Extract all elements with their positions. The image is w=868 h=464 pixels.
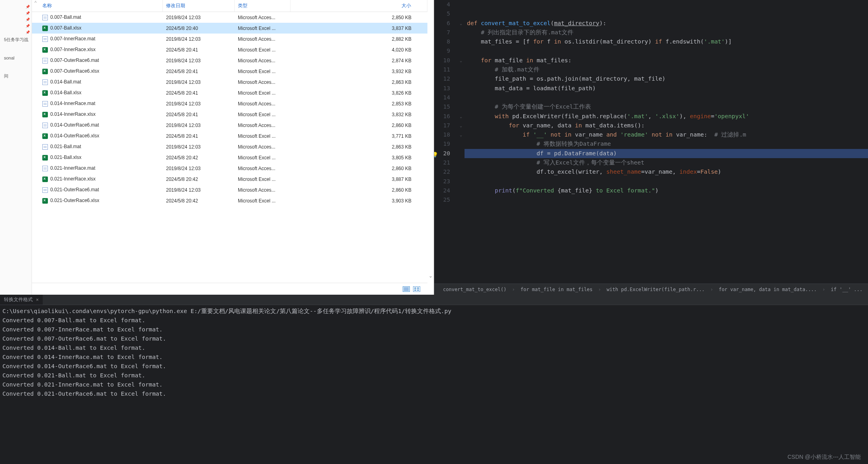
fold-marker[interactable] [457,167,465,176]
breadcrumb-item[interactable]: for var_name, data in mat_data.... [716,286,820,293]
fold-marker[interactable] [457,37,465,46]
file-row[interactable]: 0.021-OuterRace6.xlsx2024/5/8 20:42Micro… [32,195,427,206]
column-date[interactable]: 修改日期 [163,0,235,12]
file-row[interactable]: 0.007-InnerRace.xlsx2024/5/8 20:41Micros… [32,44,427,55]
fold-marker[interactable] [457,102,465,111]
code-line[interactable]: with pd.ExcelWriter(file_path.replace('.… [465,112,868,121]
fold-marker[interactable] [457,177,465,186]
code-line[interactable] [465,0,868,9]
excel-file-icon [42,26,48,31]
code-line[interactable]: if '__' not in var_name and 'readme' not… [465,130,868,139]
code-line[interactable]: # 写入Excel文件，每个变量一个sheet [465,158,868,167]
file-row[interactable]: 0.021-InnerRace.xlsx2024/5/8 20:42Micros… [32,174,427,184]
breadcrumb-item[interactable]: with pd.ExcelWriter(file_path.r... [603,286,708,293]
breadcrumb[interactable]: convert_mat_to_excel()›for mat_file in m… [434,284,868,295]
fold-marker[interactable]: ⌄ [457,121,465,130]
fold-marker[interactable]: ⌄ [457,112,465,121]
fold-marker[interactable]: ⌄ [457,130,465,139]
breadcrumb-item[interactable]: convert_mat_to_excel() [440,286,510,293]
sidebar-item[interactable] [0,65,32,71]
fold-marker[interactable] [457,74,465,83]
fold-marker[interactable] [457,93,465,102]
code-line[interactable]: for var_name, data in mat_data.items(): [465,121,868,130]
code-line[interactable]: file_path = os.path.join(mat_directory, … [465,74,868,83]
file-row[interactable]: 0.007-OuterRace6.xlsx2024/5/8 20:41Micro… [32,66,427,77]
file-row[interactable]: 0.014-InnerRace.mat2019/8/24 12:03Micros… [32,98,427,109]
code-line[interactable] [465,46,868,56]
fold-marker[interactable] [457,84,465,93]
code-line[interactable] [465,177,868,186]
column-size[interactable]: 大小 [291,0,427,12]
explorer-column-headers: ^ 名称 修改日期 类型 大小 [32,0,427,12]
fold-marker[interactable] [457,9,465,18]
fold-marker[interactable] [457,186,465,195]
code-line[interactable]: for mat_file in mat_files: [465,56,868,65]
sidebar-item[interactable]: 📌 [0,29,32,35]
file-row[interactable]: 0.007-InnerRace.mat2019/8/24 12:03Micros… [32,34,427,44]
terminal-output[interactable]: C:\Users\qiaolikui\.conda\envs\pytorch-g… [0,305,868,400]
fold-marker[interactable]: ⌄ [457,19,465,28]
file-date: 2024/5/8 20:41 [163,90,235,96]
fold-marker[interactable] [457,149,465,158]
fold-marker[interactable] [457,0,465,9]
code-line[interactable]: df = pd.DataFrame(data) [465,149,868,158]
code-line[interactable]: print(f"Converted {mat_file} to Excel fo… [465,186,868,195]
code-line[interactable]: # 将数据转换为DataFrame [465,139,868,149]
sidebar-item[interactable]: 间 [0,71,32,84]
file-row[interactable]: 0.007-Ball.mat2019/8/24 12:03Microsoft A… [32,12,427,23]
sidebar-item[interactable]: 5任务学习战 [0,35,32,48]
breadcrumb-item[interactable]: if '__' ... [828,286,866,293]
file-row[interactable]: 0.014-OuterRace6.mat2019/8/24 12:03Micro… [32,120,427,131]
code-line[interactable] [465,195,868,204]
fold-marker[interactable] [457,158,465,167]
fold-marker[interactable] [457,139,465,149]
sidebar-item[interactable]: 📌 [0,16,32,22]
close-icon[interactable]: × [36,297,39,303]
line-number: 17 [434,121,450,130]
file-name: 0.014-InnerRace.mat [50,101,95,106]
chevron-down-icon[interactable]: ⌄ [427,0,434,295]
code-line[interactable]: # 列出指定目录下的所有.mat文件 [465,28,868,37]
fold-marker[interactable] [457,46,465,56]
file-list[interactable]: 0.007-Ball.mat2019/8/24 12:03Microsoft A… [32,12,427,283]
fold-marker[interactable] [457,28,465,37]
file-row[interactable]: 0.014-InnerRace.xlsx2024/5/8 20:41Micros… [32,109,427,120]
file-row[interactable]: 0.021-InnerRace.mat2019/8/24 12:03Micros… [32,163,427,174]
file-row[interactable]: 0.021-Ball.mat2019/8/24 12:03Microsoft A… [32,141,427,152]
sidebar-item[interactable] [0,48,32,54]
file-row[interactable]: 0.007-OuterRace6.mat2019/8/24 12:03Micro… [32,55,427,66]
line-number: 10 [434,56,450,65]
file-row[interactable]: 0.014-Ball.mat2019/8/24 12:03Microsoft A… [32,77,427,87]
code-line[interactable] [465,9,868,18]
code-line[interactable] [465,93,868,102]
line-number: 19 [434,139,450,149]
file-row[interactable]: 0.021-OuterRace6.mat2019/8/24 12:03Micro… [32,184,427,195]
fold-gutter[interactable]: ⌄⌄⌄⌄⌄ [457,0,465,284]
code-line[interactable]: df.to_excel(writer, sheet_name=var_name,… [465,167,868,176]
code-line[interactable]: def convert_mat_to_excel(mat_directory): [465,19,868,28]
column-type[interactable]: 类型 [235,0,291,12]
column-name[interactable]: 名称 [39,0,163,12]
file-row[interactable]: 0.014-OuterRace6.xlsx2024/5/8 20:41Micro… [32,131,427,141]
sidebar-item[interactable]: sonal [0,54,32,65]
fold-marker[interactable] [457,195,465,204]
line-number: 16 [434,112,450,121]
code-content[interactable]: def convert_mat_to_excel(mat_directory):… [465,0,868,284]
file-row[interactable]: 0.014-Ball.xlsx2024/5/8 20:41Microsoft E… [32,87,427,98]
view-large-icons-icon[interactable] [413,286,420,292]
view-details-icon[interactable] [403,286,410,292]
sidebar-item[interactable]: 📌 [0,10,32,16]
file-row[interactable]: 0.007-Ball.xlsx2024/5/8 20:40Microsoft E… [32,23,427,34]
fold-marker[interactable] [457,65,465,74]
fold-marker[interactable]: ⌄ [457,56,465,65]
breadcrumb-item[interactable]: for mat_file in mat_files [517,286,596,293]
file-type: Microsoft Excel ... [235,112,291,117]
sidebar-item[interactable]: 📌 [0,3,32,10]
code-line[interactable]: # 加载.mat文件 [465,65,868,74]
file-row[interactable]: 0.021-Ball.xlsx2024/5/8 20:42Microsoft E… [32,152,427,163]
code-line[interactable]: # 为每个变量创建一个Excel工作表 [465,102,868,111]
code-line[interactable]: mat_data = loadmat(file_path) [465,84,868,93]
code-line[interactable]: mat_files = [f for f in os.listdir(mat_d… [465,37,868,46]
sidebar-item[interactable]: 📌 [0,22,32,29]
terminal-tab[interactable]: 转换文件格式 × [0,295,43,305]
